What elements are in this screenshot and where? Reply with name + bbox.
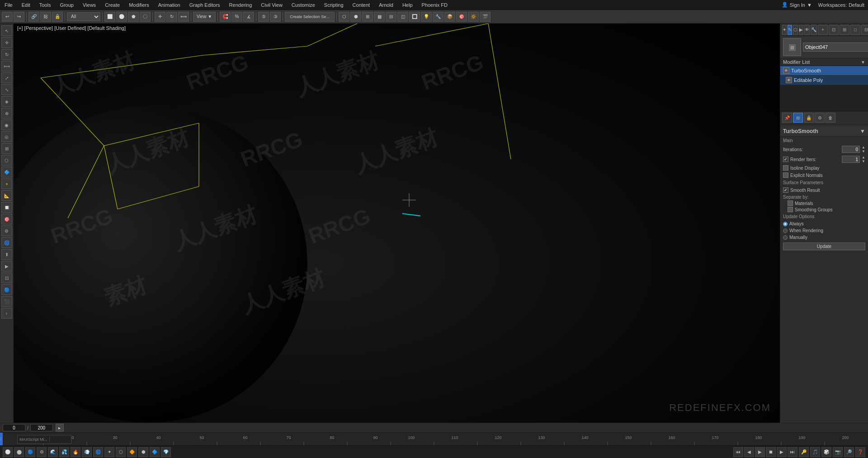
menu-arnold[interactable]: Arnold — [374, 1, 398, 9]
iterations-spinner[interactable]: ▲▼ — [862, 145, 865, 153]
when-rendering-radio[interactable] — [783, 229, 788, 233]
bt-10[interactable]: ✦ — [104, 447, 114, 457]
tool-14[interactable]: 🔸 — [1, 178, 12, 189]
rp-del-icon[interactable]: 🗑 — [826, 113, 835, 123]
toolbar-move[interactable]: ✛ — [155, 12, 165, 22]
update-button[interactable]: Update — [783, 243, 865, 250]
toolbar-angle-snap[interactable]: ∡ — [243, 12, 254, 22]
stop-btn[interactable]: ⏹ — [766, 447, 776, 457]
materials-checkbox[interactable] — [788, 200, 793, 206]
play-end-btn[interactable]: ⏭ — [788, 447, 797, 457]
bt-key[interactable]: 🔑 — [799, 447, 809, 457]
bt-14[interactable]: 🔷 — [150, 447, 160, 457]
bt-9[interactable]: 🌀 — [93, 447, 103, 457]
toolbar-view-dropdown[interactable]: View ▼ — [193, 12, 216, 22]
toolbar-extra5[interactable]: ⊟ — [386, 12, 396, 22]
tool-16[interactable]: 🔲 — [1, 202, 12, 213]
smoothing-groups-checkbox[interactable] — [788, 207, 793, 212]
rp-icon-create[interactable]: ✦ — [782, 25, 787, 35]
toolbar-extra2[interactable]: ⬢ — [350, 12, 361, 22]
toolbar-spinner1[interactable]: ⑤ — [258, 12, 269, 22]
toolbar-redo[interactable]: ↪ — [14, 12, 24, 22]
bt-2[interactable]: ⬤ — [14, 447, 24, 457]
menu-civil-view[interactable]: Civil View — [256, 1, 287, 9]
menu-group[interactable]: Group — [55, 1, 78, 9]
toolbar-extra1[interactable]: ⬡ — [339, 12, 349, 22]
menu-content[interactable]: Content — [348, 1, 375, 9]
toolbar-extra8[interactable]: 💡 — [421, 12, 432, 22]
toolbar-extra12[interactable]: 🔆 — [468, 12, 479, 22]
modifier-editablepoly[interactable]: 👁 Editable Poly — [780, 76, 868, 85]
bt-extra2[interactable]: 🎲 — [821, 447, 831, 457]
toolbar-select-lasso[interactable]: 〇 — [140, 12, 151, 22]
toolbar-extra6[interactable]: ◫ — [397, 12, 408, 22]
prev-frame-btn[interactable]: ◀ — [744, 447, 754, 457]
tool-13[interactable]: 🔷 — [1, 167, 12, 177]
toolbar-create-selection[interactable]: Create Selection Se... — [285, 12, 335, 22]
toolbar-bind[interactable]: 🔒 — [52, 12, 63, 22]
modifier-list-dropdown-icon[interactable]: ▼ — [861, 60, 865, 65]
iterations-input[interactable] — [842, 146, 860, 153]
bt-13[interactable]: ⬢ — [138, 447, 148, 457]
bt-6[interactable]: 💦 — [59, 447, 69, 457]
modifier-eye-editablepoly[interactable]: 👁 — [786, 77, 792, 83]
tool-15[interactable]: 📐 — [1, 190, 12, 201]
menu-tools[interactable]: Tools — [35, 1, 56, 9]
tool-22[interactable]: ⊡ — [1, 272, 12, 283]
toolbar-select-circle[interactable]: ⚪ — [116, 12, 127, 22]
toolbar-rotate[interactable]: ↻ — [166, 12, 177, 22]
rp-icon-utility[interactable]: 🔧 — [811, 25, 817, 35]
sign-in-label[interactable]: Sign In — [790, 2, 805, 8]
play-btn[interactable]: ▶ — [755, 447, 765, 457]
modifier-eye-turbosmooth[interactable]: 👁 — [783, 67, 789, 74]
object-name-input[interactable] — [803, 43, 868, 52]
tool-12[interactable]: ⬡ — [1, 155, 12, 166]
tool-5[interactable]: ⤢ — [1, 72, 12, 83]
bt-extra1[interactable]: 🎵 — [810, 447, 820, 457]
collapse-icon[interactable]: ▼ — [860, 128, 865, 134]
toolbar-select-rect[interactable]: ⬜ — [104, 12, 115, 22]
bt-11[interactable]: ⬡ — [116, 447, 126, 457]
workspace-value[interactable]: Default — [849, 2, 864, 8]
tool-8[interactable]: ⊕ — [1, 108, 12, 119]
toolbar-link[interactable]: 🔗 — [28, 12, 39, 22]
toolbar-extra11[interactable]: 🎯 — [456, 12, 467, 22]
menu-phoenix-fd[interactable]: Phoenix FD — [417, 1, 452, 9]
bt-8[interactable]: 💨 — [82, 447, 92, 457]
rp-icon-extra1[interactable]: + — [818, 25, 828, 35]
rp-lock-icon[interactable]: 🔒 — [804, 113, 814, 123]
tool-9[interactable]: ◉ — [1, 119, 12, 130]
sign-in-area[interactable]: 👤 Sign In ▼ Workspaces: Default — [782, 2, 868, 8]
tool-11[interactable]: ⊞ — [1, 143, 12, 154]
bt-extra5[interactable]: ❓ — [855, 447, 865, 457]
tool-23[interactable]: 🔵 — [1, 284, 12, 295]
rp-icon-modify[interactable]: ✎ — [788, 25, 792, 35]
toolbar-extra4[interactable]: ▦ — [374, 12, 385, 22]
bt-3[interactable]: 🔵 — [25, 447, 35, 457]
play-start-btn[interactable]: ⏮ — [733, 447, 743, 457]
bt-1[interactable]: ⚪ — [3, 447, 13, 457]
toolbar-scale[interactable]: ⟺ — [178, 12, 189, 22]
bt-extra4[interactable]: 🔎 — [844, 447, 854, 457]
toolbar-unlink[interactable]: ⛓ — [40, 12, 51, 22]
bt-7[interactable]: 🔥 — [71, 447, 80, 457]
toolbar-extra7[interactable]: 🔳 — [409, 12, 420, 22]
toolbar-snap-toggle[interactable]: 🧲 — [220, 12, 231, 22]
menu-help[interactable]: Help — [398, 1, 417, 9]
rp-icon-display[interactable]: 👁 — [804, 25, 810, 35]
toolbar-extra13[interactable]: 🎬 — [480, 12, 491, 22]
menu-file[interactable]: File — [0, 1, 17, 9]
explicit-normals-checkbox[interactable] — [783, 172, 788, 178]
tool-select[interactable]: ↖ — [1, 25, 12, 36]
rp-stack-icon[interactable]: ⊞ — [793, 113, 803, 123]
bt-12[interactable]: 🔶 — [127, 447, 137, 457]
next-frame-btn[interactable]: ▶ — [777, 447, 787, 457]
current-frame-input[interactable] — [3, 424, 25, 431]
toolbar-extra9[interactable]: 🔧 — [433, 12, 443, 22]
menu-rendering[interactable]: Rendering — [225, 1, 257, 9]
isoline-checkbox[interactable] — [783, 165, 788, 171]
bt-extra3[interactable]: 📷 — [833, 447, 843, 457]
rp-cfg-icon[interactable]: ⚙ — [815, 113, 825, 123]
toolbar-select-fence[interactable]: ⬟ — [128, 12, 139, 22]
total-frames-input[interactable] — [30, 424, 53, 431]
